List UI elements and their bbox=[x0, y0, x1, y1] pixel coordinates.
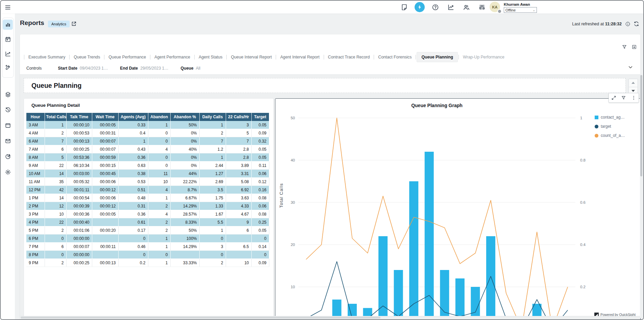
table-cell[interactable]: 5 PM bbox=[26, 226, 45, 235]
help-icon[interactable] bbox=[431, 3, 439, 11]
legend-item-target[interactable]: target bbox=[595, 124, 625, 129]
table-cell[interactable]: 1 bbox=[199, 226, 226, 235]
table-cell[interactable]: 2 bbox=[148, 226, 170, 235]
table-cell[interactable]: 0.06 bbox=[251, 202, 269, 210]
table-cell[interactable]: 0.36 bbox=[118, 210, 148, 218]
table-cell[interactable]: 00:00:40 bbox=[66, 218, 92, 226]
column-header[interactable]: Total Calls bbox=[45, 113, 66, 121]
table-cell[interactable]: 4 AM bbox=[26, 129, 45, 137]
table-cell[interactable]: 14 bbox=[45, 194, 66, 202]
table-cell[interactable]: 06:10:34 bbox=[66, 162, 92, 170]
legend-item-count-of-a-[interactable]: count_of_a… bbox=[595, 133, 625, 138]
table-cell[interactable]: 100% bbox=[170, 235, 199, 243]
control-value[interactable]: 29/05/2023 1… bbox=[140, 66, 168, 71]
tab-contract-trace-record[interactable]: Contract Trace Record bbox=[325, 52, 373, 62]
table-cell[interactable]: 3.5 bbox=[199, 186, 226, 194]
visual-filter-icon[interactable] bbox=[621, 95, 626, 101]
table-cell[interactable]: 2.8 bbox=[226, 153, 251, 162]
table-cell[interactable]: 00:00:15 bbox=[92, 162, 118, 170]
table-cell[interactable]: 4 bbox=[148, 145, 170, 153]
table-cell[interactable] bbox=[226, 251, 251, 259]
table-cell[interactable]: 0 bbox=[45, 235, 66, 243]
tab-queue-trends[interactable]: Queue Trends bbox=[70, 52, 103, 62]
table-cell[interactable]: 0.53 bbox=[118, 178, 148, 186]
table-cell[interactable]: 1 bbox=[148, 243, 170, 251]
table-cell[interactable]: 0 bbox=[148, 129, 170, 137]
table-cell[interactable]: 2 bbox=[45, 259, 66, 267]
scroll-up-button[interactable] bbox=[629, 79, 638, 87]
chart-bar[interactable] bbox=[455, 278, 465, 320]
table-cell[interactable] bbox=[92, 218, 118, 226]
sidebar-item-dashboards-icon[interactable] bbox=[3, 20, 13, 30]
table-cell[interactable]: 8.7% bbox=[170, 186, 199, 194]
table-cell[interactable]: 0.16 bbox=[251, 186, 269, 194]
legend-item-contact-ag-[interactable]: contact_ag… bbox=[595, 115, 625, 120]
table-cell[interactable]: 0 bbox=[251, 235, 269, 243]
table-cell[interactable]: 00:00:12 bbox=[92, 186, 118, 194]
table-cell[interactable]: 6.67% bbox=[170, 194, 199, 202]
table-cell[interactable]: 11 AM bbox=[26, 178, 45, 186]
table-cell[interactable]: 11 bbox=[148, 170, 170, 178]
vertical-scrollbar-thumb[interactable] bbox=[640, 75, 642, 176]
notepad-icon[interactable] bbox=[400, 3, 408, 11]
table-cell[interactable]: 0.05 bbox=[251, 145, 269, 153]
table-cell[interactable]: 0.46 bbox=[118, 243, 148, 251]
table-cell[interactable]: 6 AM bbox=[26, 137, 45, 145]
table-cell[interactable]: 00:00:25 bbox=[66, 145, 92, 153]
table-cell[interactable]: 7 PM bbox=[26, 243, 45, 251]
controls-collapse-chevron-icon[interactable] bbox=[627, 64, 634, 70]
tab-queue-performance[interactable]: Queue Performance bbox=[105, 52, 149, 62]
table-cell[interactable]: 00:00:20 bbox=[92, 226, 118, 235]
table-cell[interactable]: 1.67 bbox=[199, 210, 226, 218]
table-cell[interactable]: 00:01:11 bbox=[66, 186, 92, 194]
table-cell[interactable]: 0 bbox=[118, 251, 148, 259]
table-cell[interactable]: 7 AM bbox=[26, 145, 45, 153]
table-cell[interactable]: 00:00:07 bbox=[92, 137, 118, 145]
table-cell[interactable]: 1.2 bbox=[199, 145, 226, 153]
sidebar-item-history-icon[interactable] bbox=[3, 105, 13, 115]
column-header[interactable]: Daily Calls bbox=[199, 113, 226, 121]
table-cell[interactable]: 0.51 bbox=[118, 186, 148, 194]
table-cell[interactable]: 6 bbox=[45, 145, 66, 153]
table-cell[interactable]: 1 bbox=[199, 153, 226, 162]
table-cell[interactable]: 0.38 bbox=[118, 170, 148, 178]
refresh-icon[interactable] bbox=[634, 21, 639, 27]
tab-agent-interval-report[interactable]: Agent Interval Report bbox=[277, 52, 323, 62]
table-cell[interactable]: 6 bbox=[226, 226, 251, 235]
table-cell[interactable]: 3 PM bbox=[26, 210, 45, 218]
tab-contact-forensics[interactable]: Contact Forensics bbox=[375, 52, 415, 62]
table-cell[interactable] bbox=[92, 235, 118, 243]
table-cell[interactable]: 7 bbox=[199, 137, 226, 145]
table-cell[interactable]: 6 bbox=[45, 243, 66, 251]
table-cell[interactable]: 00:53:36 bbox=[66, 153, 92, 162]
table-cell[interactable]: 0.43 bbox=[118, 145, 148, 153]
table-cell[interactable]: 0% bbox=[170, 162, 199, 170]
table-cell[interactable]: 00:00:45 bbox=[92, 170, 118, 178]
column-header[interactable]: 22 Calls/Hr bbox=[226, 113, 251, 121]
table-cell[interactable]: 0 bbox=[199, 251, 226, 259]
table-cell[interactable]: 6.5 bbox=[226, 243, 251, 251]
table-cell[interactable]: 1 bbox=[118, 137, 148, 145]
table-cell[interactable]: 42 bbox=[45, 186, 66, 194]
table-cell[interactable]: 50% bbox=[170, 121, 199, 129]
tab-agent-performance[interactable]: Agent Performance bbox=[151, 52, 194, 62]
table-cell[interactable]: 4 bbox=[148, 186, 170, 194]
table-cell[interactable]: 1 bbox=[45, 121, 66, 129]
table-cell[interactable]: 2.69 bbox=[199, 178, 226, 186]
table-cell[interactable]: 4 PM bbox=[26, 218, 45, 226]
table-cell[interactable]: 0.25 bbox=[251, 218, 269, 226]
table-cell[interactable]: 1 bbox=[148, 235, 170, 243]
table-cell[interactable]: 1.33 bbox=[199, 202, 226, 210]
table-cell[interactable]: 6.92 bbox=[226, 186, 251, 194]
table-cell[interactable]: 0% bbox=[170, 137, 199, 145]
table-cell[interactable]: 00:00:05 bbox=[92, 121, 118, 129]
table-cell[interactable]: 22 bbox=[45, 218, 66, 226]
column-header[interactable]: Abandon bbox=[148, 113, 170, 121]
table-cell[interactable]: 1 bbox=[148, 259, 170, 267]
directory-icon[interactable] bbox=[463, 3, 470, 11]
table-cell[interactable]: 14 bbox=[45, 170, 66, 178]
table-cell[interactable]: 2 bbox=[148, 202, 170, 210]
table-cell[interactable]: 1 bbox=[148, 121, 170, 129]
table-cell[interactable]: 3.89 bbox=[226, 162, 251, 170]
table-cell[interactable]: 4.67 bbox=[226, 210, 251, 218]
